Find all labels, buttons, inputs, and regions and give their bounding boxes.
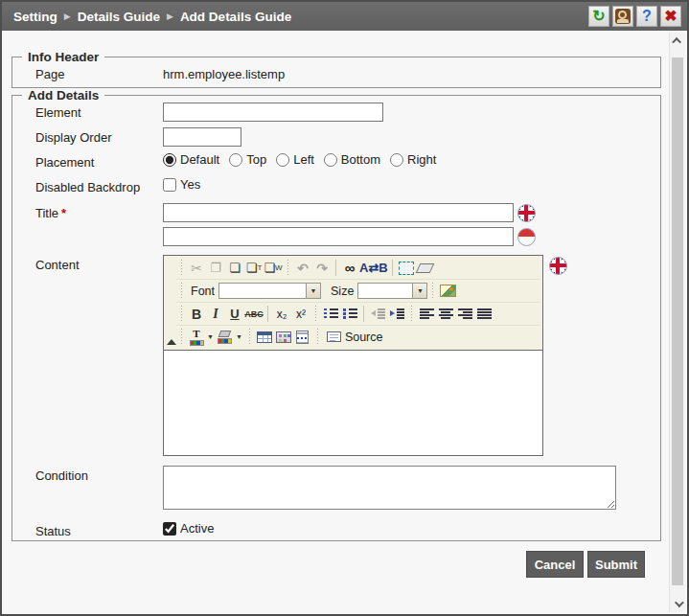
- toolbar-grip: [180, 260, 183, 276]
- close-button[interactable]: ✖: [660, 6, 681, 27]
- submit-button[interactable]: Submit: [587, 551, 645, 578]
- numbered-list-icon[interactable]: [321, 305, 340, 324]
- rich-text-editor: ✂ ❐ ❏ ❏T ❏W ↶ ↷ ∞ A⇄B: [163, 255, 543, 456]
- cancel-button[interactable]: Cancel: [526, 551, 584, 578]
- toolbar-separator: [267, 306, 268, 322]
- cut-icon[interactable]: ✂: [187, 259, 206, 278]
- page-row: Page hrm.employee.listemp: [12, 64, 660, 81]
- english-flag-icon: [517, 204, 536, 222]
- info-header-legend: Info Header: [22, 50, 104, 64]
- refresh-icon: ↻: [592, 9, 605, 24]
- titlebar-tools: ↻ ? ✖: [588, 6, 681, 27]
- display-order-label: Display Order: [35, 127, 163, 145]
- align-right-icon[interactable]: [455, 305, 474, 324]
- dropdown-arrow-icon: ▼: [413, 283, 427, 299]
- chevron-up-icon: [672, 37, 681, 47]
- element-row: Element: [12, 103, 660, 122]
- toolbar-separator: [363, 306, 364, 322]
- font-label: Font: [191, 285, 215, 298]
- scroll-up-button[interactable]: [670, 33, 685, 49]
- element-input[interactable]: [163, 103, 383, 122]
- toolbar-separator: [335, 260, 336, 276]
- breadcrumb-details-guide[interactable]: Details Guide: [78, 10, 160, 24]
- strikethrough-icon[interactable]: ABC: [244, 305, 264, 324]
- italic-icon[interactable]: I: [206, 305, 225, 324]
- profile-button[interactable]: [612, 6, 633, 27]
- status-row: Status Active: [12, 521, 660, 538]
- title-english-input[interactable]: [163, 203, 514, 222]
- add-details-section: Add Details Element Display Order Placem…: [11, 88, 661, 541]
- vertical-scrollbar[interactable]: [669, 33, 685, 612]
- page-break-icon[interactable]: [293, 328, 312, 347]
- collapse-toolbar-icon[interactable]: [167, 339, 176, 345]
- insert-table-icon[interactable]: [255, 328, 274, 347]
- scroll-down-button[interactable]: [670, 596, 685, 612]
- background-color-icon[interactable]: [216, 328, 235, 347]
- disabled-backdrop-option-label: Yes: [180, 177, 200, 192]
- bulleted-list-icon[interactable]: [340, 305, 359, 324]
- content-editor-area[interactable]: [164, 350, 542, 455]
- size-dropdown[interactable]: ▼: [357, 283, 427, 299]
- align-justify-icon[interactable]: [474, 305, 494, 324]
- underline-icon[interactable]: U: [225, 305, 244, 324]
- replace-icon[interactable]: A⇄B: [359, 259, 388, 278]
- placement-radio-top[interactable]: [229, 153, 242, 167]
- redo-icon[interactable]: ↷: [312, 259, 332, 278]
- breadcrumb-add-details-guide[interactable]: Add Details Guide: [180, 10, 291, 24]
- copy-icon[interactable]: ❐: [206, 259, 225, 278]
- align-left-icon[interactable]: [417, 305, 436, 324]
- close-icon: ✖: [664, 9, 677, 24]
- footer-buttons: Cancel Submit: [11, 551, 645, 578]
- subscript-icon[interactable]: x₂: [272, 305, 291, 324]
- paste-from-word-icon[interactable]: ❏W: [264, 259, 283, 278]
- toolbar-separator: [392, 260, 393, 276]
- disabled-backdrop-checkbox[interactable]: [163, 178, 176, 192]
- english-flag-icon: [549, 257, 567, 275]
- scrollbar-thumb[interactable]: [672, 57, 683, 585]
- background-color-dropdown-arrow-icon[interactable]: ▼: [236, 333, 242, 340]
- text-color-icon[interactable]: T: [187, 328, 206, 347]
- dropdown-arrow-icon: ▼: [307, 283, 321, 299]
- placement-radio-right[interactable]: [390, 153, 403, 167]
- decrease-indent-icon[interactable]: [368, 305, 387, 324]
- text-color-dropdown-arrow-icon[interactable]: ▼: [207, 333, 214, 340]
- superscript-icon[interactable]: x²: [291, 305, 310, 324]
- status-option-label: Active: [180, 521, 214, 536]
- remove-format-icon[interactable]: [416, 259, 435, 278]
- toolbar-row-1: ✂ ❐ ❏ ❏T ❏W ↶ ↷ ∞ A⇄B: [176, 257, 540, 280]
- placement-radio-left[interactable]: [276, 153, 289, 167]
- universal-keyboard-icon[interactable]: [274, 328, 293, 347]
- insert-image-icon[interactable]: [438, 282, 457, 301]
- add-details-guide-window: Setting ▶ Details Guide ▶ Add Details Gu…: [0, 0, 689, 616]
- chevron-down-icon: [674, 598, 683, 607]
- size-label: Size: [331, 285, 354, 298]
- paste-as-plain-text-icon[interactable]: ❏T: [244, 259, 264, 278]
- form-content: Info Header Page hrm.employee.listemp Ad…: [2, 31, 671, 614]
- font-dropdown[interactable]: ▼: [218, 283, 321, 299]
- indonesian-flag-icon: [517, 228, 536, 246]
- find-icon[interactable]: ∞: [340, 259, 359, 278]
- help-button[interactable]: ?: [636, 6, 657, 27]
- toolbar-grip: [410, 306, 413, 322]
- title-indonesian-input[interactable]: [163, 227, 514, 246]
- undo-icon[interactable]: ↶: [293, 259, 312, 278]
- condition-textarea[interactable]: [163, 466, 616, 510]
- bold-icon[interactable]: B: [187, 305, 206, 324]
- status-active-checkbox[interactable]: [163, 522, 176, 536]
- paste-icon[interactable]: ❏: [225, 259, 244, 278]
- placement-radio-default[interactable]: [163, 153, 176, 167]
- toolbar-row-3: B I U ABC x₂ x²: [176, 303, 540, 326]
- breadcrumb-separator-icon: ▶: [167, 12, 173, 21]
- breadcrumb-setting[interactable]: Setting: [13, 10, 57, 24]
- placement-option-label: Top: [246, 152, 266, 167]
- source-button[interactable]: Source: [323, 330, 387, 345]
- title-label: Title*: [35, 203, 163, 220]
- page-label: Page: [35, 64, 163, 81]
- display-order-input[interactable]: [163, 127, 241, 147]
- disabled-backdrop-label: Disabled Backdrop: [35, 177, 163, 194]
- refresh-button[interactable]: ↻: [588, 6, 609, 27]
- align-center-icon[interactable]: [436, 305, 455, 324]
- increase-indent-icon[interactable]: [387, 305, 406, 324]
- placement-radio-bottom[interactable]: [324, 153, 337, 167]
- select-all-icon[interactable]: [397, 259, 416, 278]
